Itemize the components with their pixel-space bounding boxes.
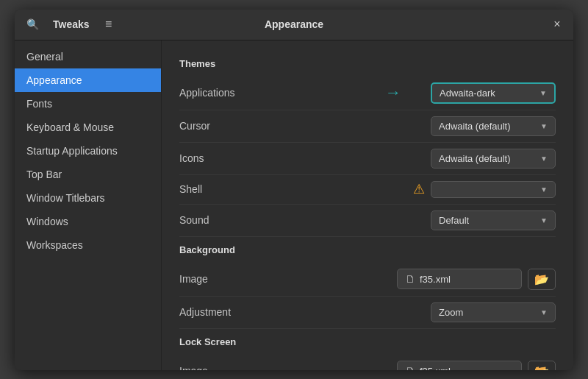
bg-image-control: 🗋 f35.xml 📂 [397,269,556,290]
sound-label: Sound [179,214,409,226]
sidebar-item-general[interactable]: General [15,45,161,68]
lock-screen-section-title: Lock Screen [179,336,556,347]
themes-section-title: Themes [179,58,556,69]
shell-label: Shell [179,183,409,195]
sound-dropdown-chevron: ▼ [540,216,548,224]
applications-dropdown-value: Adwaita-dark [440,88,495,99]
sound-row: Sound Default ▼ [179,205,556,237]
search-button[interactable]: 🔍 [21,14,44,35]
close-icon: × [553,18,560,31]
menu-button[interactable]: ≡ [98,14,119,35]
app-name: Tweaks [49,18,94,30]
sidebar-item-fonts[interactable]: Fonts [15,92,161,116]
bg-adjustment-control: Zoom ▼ [409,302,556,322]
applications-row: Applications → Adwaita-dark ▼ [179,77,556,110]
background-section-title: Background [179,244,556,255]
ls-image-control: 🗋 f35.xml 📂 [397,361,556,370]
icons-row: Icons Adwaita (default) ▼ [179,143,556,175]
bg-adjustment-label: Adjustment [179,306,409,318]
icons-control: Adwaita (default) ▼ [409,149,556,169]
menu-icon: ≡ [105,18,112,31]
sound-dropdown-value: Default [439,215,469,226]
sidebar-item-appearance[interactable]: Appearance [15,68,161,92]
ls-image-browse-btn[interactable]: 📂 [528,361,556,370]
sidebar-item-startup-applications[interactable]: Startup Applications [15,139,161,163]
sidebar: General Appearance Fonts Keyboard & Mous… [15,40,162,370]
search-icon: 🔍 [26,18,39,30]
sound-dropdown[interactable]: Default ▼ [431,210,556,230]
applications-control: Adwaita-dark ▼ [409,82,556,104]
sidebar-item-keyboard-mouse[interactable]: Keyboard & Mouse [15,116,161,139]
bg-image-row: Image 🗋 f35.xml 📂 [179,263,556,297]
cursor-control: Adwaita (default) ▼ [409,116,556,136]
icons-dropdown-chevron: ▼ [540,155,548,163]
sidebar-item-workspaces[interactable]: Workspaces [15,233,161,257]
ls-file-icon: 🗋 [405,365,415,370]
main-content: Themes Applications → Adwaita-dark ▼ Cur… [162,40,573,370]
ls-image-row: Image 🗋 f35.xml 📂 [179,355,556,370]
icons-label: Icons [179,152,409,164]
sound-control: Default ▼ [409,210,556,230]
titlebar: 🔍 Tweaks ≡ Appearance × [15,10,573,40]
bg-image-value: f35.xml [420,274,451,285]
content-area: General Appearance Fonts Keyboard & Mous… [15,40,573,370]
bg-adjustment-value: Zoom [439,307,463,318]
bg-image-file-btn[interactable]: 🗋 f35.xml [397,269,522,289]
titlebar-left: 🔍 Tweaks ≡ [21,14,168,35]
cursor-row: Cursor Adwaita (default) ▼ [179,110,556,143]
bg-adjustment-dropdown[interactable]: Zoom ▼ [431,302,556,322]
bg-image-browse-btn[interactable]: 📂 [528,269,556,290]
folder-icon: 📂 [534,273,549,286]
app-window: 🔍 Tweaks ≡ Appearance × General Appearan… [15,10,573,370]
cursor-dropdown[interactable]: Adwaita (default) ▼ [431,116,556,136]
shell-dropdown[interactable]: ▼ [431,181,556,198]
cursor-label: Cursor [179,120,409,132]
shell-row: Shell ⚠ ▼ [179,175,556,205]
sidebar-item-windows[interactable]: Windows [15,210,161,233]
applications-dropdown[interactable]: Adwaita-dark ▼ [431,82,556,104]
shell-control: ⚠ ▼ [409,181,556,198]
icons-dropdown-value: Adwaita (default) [439,153,511,164]
warning-icon: ⚠ [413,181,425,197]
sidebar-item-top-bar[interactable]: Top Bar [15,163,161,186]
shell-dropdown-chevron: ▼ [540,185,548,194]
bg-file-icon: 🗋 [405,273,415,285]
ls-folder-icon: 📂 [534,365,549,370]
ls-image-file-btn[interactable]: 🗋 f35.xml [397,361,522,370]
sidebar-item-window-titlebars[interactable]: Window Titlebars [15,186,161,210]
bg-adjustment-row: Adjustment Zoom ▼ [179,297,556,329]
cursor-dropdown-value: Adwaita (default) [439,121,511,132]
annotation-arrow: → [385,83,401,102]
applications-label: Applications [179,87,385,99]
page-title: Appearance [265,18,323,30]
bg-image-label: Image [179,273,397,285]
ls-image-label: Image [179,365,397,370]
cursor-dropdown-chevron: ▼ [540,122,548,130]
icons-dropdown[interactable]: Adwaita (default) ▼ [431,149,556,169]
close-button[interactable]: × [547,14,567,35]
ls-image-value: f35.xml [420,366,451,370]
applications-dropdown-chevron: ▼ [539,89,547,97]
bg-adjustment-chevron: ▼ [540,308,548,316]
